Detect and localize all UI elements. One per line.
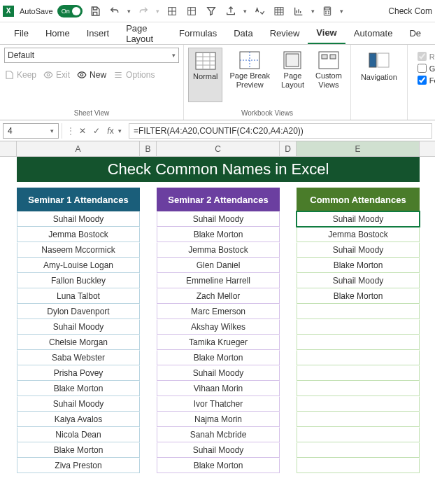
cell[interactable]: Blake Morton — [157, 458, 280, 473]
tab-file[interactable]: File — [6, 22, 37, 44]
cell[interactable] — [297, 442, 420, 458]
cell[interactable] — [297, 412, 420, 427]
autosave-toggle[interactable]: AutoSave On — [20, 5, 83, 18]
sheet-view-dropdown[interactable]: Default ▾ — [4, 48, 179, 63]
cell[interactable]: Jemma Bostock — [17, 227, 140, 242]
cell[interactable]: Glen Daniel — [157, 258, 280, 273]
cell[interactable]: Ivor Thatcher — [157, 396, 280, 412]
page-layout-button[interactable]: Page Layout — [277, 48, 308, 102]
name-box[interactable]: 4 ▾ — [3, 123, 59, 139]
cell[interactable]: Blake Morton — [157, 227, 280, 242]
tab-home[interactable]: Home — [37, 22, 78, 44]
normal-view-button[interactable]: Normal — [188, 48, 222, 102]
formula-bar-checkbox[interactable]: For — [418, 76, 435, 85]
col-header-c[interactable]: C — [157, 141, 280, 156]
cell[interactable]: Suhail Moody — [17, 319, 140, 335]
cell[interactable]: Jemma Bostock — [297, 227, 420, 242]
col-header-b[interactable]: B — [140, 141, 157, 156]
share-dropdown[interactable]: ▾ — [243, 8, 247, 15]
cell[interactable]: Dylon Davenport — [17, 304, 140, 319]
table-icon[interactable] — [272, 4, 286, 18]
tab-formulas[interactable]: Formulas — [171, 22, 225, 44]
col-header-d[interactable]: D — [280, 141, 297, 156]
calc-dropdown[interactable]: ▾ — [340, 8, 343, 15]
cell[interactable] — [297, 319, 420, 335]
cell[interactable] — [297, 396, 420, 412]
new-button[interactable]: New — [77, 70, 106, 80]
select-all-corner[interactable] — [0, 141, 17, 156]
cell[interactable]: Suhail Moody — [157, 442, 280, 458]
header-seminar1[interactable]: Seminar 1 Attendances — [17, 188, 140, 211]
cell[interactable]: Suhail Moody — [17, 211, 140, 227]
cell[interactable]: Sanah Mcbride — [157, 427, 280, 442]
share-icon[interactable] — [224, 4, 238, 18]
col-header-e[interactable]: E — [297, 141, 420, 156]
tab-review[interactable]: Review — [262, 22, 308, 44]
cell[interactable] — [297, 335, 420, 350]
cell[interactable]: Marc Emerson — [157, 304, 280, 319]
cell[interactable]: Blake Morton — [157, 350, 280, 365]
cell[interactable] — [297, 458, 420, 473]
col-header-a[interactable]: A — [17, 141, 140, 156]
toggle-switch[interactable]: On — [57, 5, 83, 18]
gridlines-checkbox[interactable]: Gri — [418, 64, 435, 73]
cell[interactable]: Suhail Moody — [157, 365, 280, 381]
cell[interactable]: Blake Morton — [297, 288, 420, 304]
filter-icon[interactable] — [204, 4, 218, 18]
cell[interactable]: Blake Morton — [17, 381, 140, 396]
pivot-icon[interactable] — [185, 4, 199, 18]
cell[interactable]: Amy-Louise Logan — [17, 258, 140, 273]
tab-page-layout[interactable]: Page Layout — [117, 22, 171, 44]
chart-icon[interactable] — [292, 4, 306, 18]
tab-developer[interactable]: De — [401, 22, 429, 44]
redo-icon[interactable] — [136, 4, 150, 18]
page-break-button[interactable]: Page Break Preview — [225, 48, 273, 102]
cell[interactable]: Kaiya Avalos — [17, 412, 140, 427]
fx-dropdown[interactable]: ▾ — [118, 127, 122, 134]
cell[interactable] — [297, 365, 420, 381]
tab-data[interactable]: Data — [225, 22, 261, 44]
tab-automate[interactable]: Automate — [345, 22, 401, 44]
cell[interactable]: Chelsie Morgan — [17, 335, 140, 350]
cell[interactable] — [297, 350, 420, 365]
cell[interactable]: Ziva Preston — [17, 458, 140, 473]
cell[interactable]: Jemma Bostock — [157, 242, 280, 258]
cell[interactable]: Nicola Dean — [17, 427, 140, 442]
options-button[interactable]: Options — [113, 70, 155, 80]
save-icon[interactable] — [88, 4, 102, 18]
cell[interactable]: Emmeline Harrell — [157, 273, 280, 288]
exit-button[interactable]: Exit — [43, 70, 70, 80]
spreadsheet-grid[interactable]: Check Common Names in Excel Seminar 1 At… — [0, 157, 435, 473]
fx-icon[interactable]: fx — [104, 125, 117, 137]
keep-button[interactable]: Keep — [4, 70, 36, 80]
cancel-icon[interactable]: ✕ — [76, 125, 89, 137]
grid-icon[interactable] — [165, 4, 179, 18]
cell[interactable]: Luna Talbot — [17, 288, 140, 304]
cell[interactable]: Fallon Buckley — [17, 273, 140, 288]
cell[interactable]: Suhail Moody — [17, 396, 140, 412]
cell[interactable]: Zach Mellor — [157, 288, 280, 304]
cell[interactable]: Prisha Povey — [17, 365, 140, 381]
ruler-checkbox[interactable]: Rul — [418, 52, 435, 61]
cell[interactable]: Blake Morton — [17, 442, 140, 458]
sheet-title[interactable]: Check Common Names in Excel — [17, 157, 420, 182]
cell[interactable]: Blake Morton — [297, 258, 420, 273]
cell[interactable]: Najma Morin — [157, 412, 280, 427]
cell[interactable] — [297, 427, 420, 442]
chart-dropdown[interactable]: ▾ — [311, 8, 315, 15]
cell[interactable]: Saba Webster — [17, 350, 140, 365]
cell[interactable]: Vihaan Morin — [157, 381, 280, 396]
cell[interactable]: Suhail Moody — [297, 242, 420, 258]
cell[interactable] — [297, 381, 420, 396]
calculator-icon[interactable] — [320, 4, 334, 18]
custom-views-button[interactable]: Custom Views — [311, 48, 346, 102]
cell[interactable]: Naseem Mccormick — [17, 242, 140, 258]
cell[interactable] — [297, 304, 420, 319]
cell[interactable]: Suhail Moody — [297, 211, 420, 227]
undo-dropdown[interactable]: ▾ — [127, 8, 131, 15]
spellcheck-icon[interactable] — [252, 4, 266, 18]
cell[interactable]: Tamika Krueger — [157, 335, 280, 350]
cell[interactable]: Akshay Wilkes — [157, 319, 280, 335]
formula-input[interactable]: =FILTER(A4:A20,COUNTIF(C4:C20,A4:A20)) — [129, 123, 432, 139]
cell[interactable]: Suhail Moody — [297, 273, 420, 288]
